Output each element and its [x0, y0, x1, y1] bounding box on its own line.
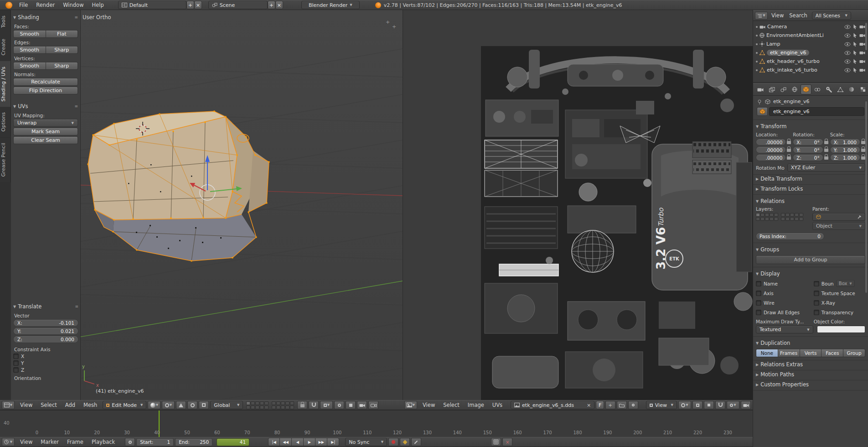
outliner-row-camera[interactable]: Camera [754, 22, 867, 31]
pivot-point-button[interactable]: ▼ [162, 401, 175, 409]
clear-seam-button[interactable]: Clear Seam [13, 136, 78, 144]
delete-layout-button[interactable]: × [194, 1, 202, 9]
groups-panel-header[interactable]: ▼Groups [756, 244, 865, 255]
editor-type-button[interactable]: ▼ [2, 401, 15, 409]
motion-paths-panel-header[interactable]: ▶Motion Paths [753, 370, 868, 380]
editor-type-button[interactable]: ▼ [404, 401, 417, 409]
menu-item[interactable]: Help [88, 0, 108, 10]
manipulator-scale-button[interactable] [199, 401, 209, 409]
tab-object[interactable] [801, 84, 811, 94]
proportional-edit-button[interactable] [334, 401, 344, 409]
transform-panel-header[interactable]: ▼Transform [756, 121, 865, 131]
tab-render[interactable] [755, 84, 766, 94]
pass-index-field[interactable]: Pass Index:0 [756, 233, 824, 240]
image-datablock-selector[interactable]: etk_engine_v6_s.dds × [511, 401, 594, 409]
renderability-camera-icon[interactable] [859, 33, 865, 37]
faces-flat-button[interactable]: Flat [46, 30, 78, 38]
play-button[interactable]: ▶ [304, 438, 315, 446]
flip-direction-button[interactable]: Flip Direction [13, 87, 78, 94]
menu-item[interactable]: Playback [88, 437, 119, 447]
auto-keyframe-button[interactable] [388, 438, 398, 446]
snap-element-button[interactable]: ▼ [320, 401, 333, 409]
unwrap-menu-button[interactable]: Unwrap▼ [13, 119, 78, 127]
selectability-cursor-icon[interactable] [853, 59, 857, 64]
render-engine-selector[interactable]: Blender Render ▼ [301, 1, 360, 9]
duplication-none-button[interactable]: None [756, 349, 778, 357]
delta-transform-panel-header[interactable]: ▶Delta Transform [753, 175, 868, 185]
eyedropper-icon[interactable] [857, 214, 862, 219]
duplication-group-button[interactable]: Group [843, 349, 865, 357]
menu-item[interactable]: Mesh [79, 400, 101, 410]
selectability-cursor-icon[interactable] [853, 68, 857, 73]
tab-object-data[interactable] [835, 84, 846, 94]
scene-selector[interactable]: Scene [208, 1, 268, 9]
rotation-x-field[interactable]: X:0° [793, 139, 823, 146]
opengl-anim-render-button[interactable] [368, 401, 378, 409]
scale-z-field[interactable]: Z:1.000 [830, 154, 860, 161]
menu-item[interactable]: UVs [488, 400, 506, 410]
layers-widget[interactable] [246, 401, 294, 409]
menu-item[interactable]: View [418, 400, 439, 410]
menu-item[interactable]: Image [464, 400, 488, 410]
tab-tools[interactable]: Tools [0, 10, 11, 33]
max-draw-type-selector[interactable]: Textured▼ [756, 326, 813, 333]
scale-x-field[interactable]: X:1.000 [830, 139, 860, 146]
menu-item[interactable]: Select [36, 400, 61, 410]
translate-y-field[interactable]: Y:0.021 [13, 327, 78, 335]
uvs-panel-header[interactable]: ▼UVs≡ [13, 102, 78, 111]
outliner-row-etk-engine[interactable]: etk_engine_v6 [754, 48, 867, 57]
opengl-render-button[interactable] [357, 401, 367, 409]
visibility-eye-icon[interactable] [844, 33, 851, 38]
location-z-field[interactable]: .00000 [756, 154, 786, 161]
visibility-eye-icon[interactable] [844, 25, 851, 29]
snap-toggle-button[interactable] [309, 401, 319, 409]
lock-icon[interactable] [787, 141, 791, 144]
outliner-scrollbar[interactable] [865, 23, 867, 50]
duplication-faces-button[interactable]: Faces [822, 349, 843, 357]
menu-item[interactable]: View [769, 10, 786, 21]
jump-next-keyframe-button[interactable]: ▶▶ [315, 438, 327, 446]
lock-icon[interactable] [787, 156, 791, 160]
uv-select-vertex-button[interactable] [704, 401, 714, 409]
outliner-row-etk-header[interactable]: etk_header_v6_turbo [754, 57, 867, 66]
menu-item[interactable]: Select [439, 400, 463, 410]
add-scene-button[interactable]: + [268, 1, 275, 9]
renderability-camera-icon[interactable] [859, 25, 865, 29]
lock-to-scene-button[interactable] [297, 401, 307, 409]
open-image-button[interactable] [617, 401, 627, 409]
add-layout-button[interactable]: + [186, 1, 194, 9]
add-to-group-button[interactable]: Add to Group [756, 255, 865, 264]
lock-icon[interactable] [824, 141, 828, 144]
object-color-swatch[interactable] [817, 326, 865, 333]
display-bounds-checkbox[interactable] [814, 281, 819, 286]
tab-render-layers[interactable] [766, 84, 777, 94]
rotation-y-field[interactable]: Y:0° [793, 146, 823, 153]
translate-z-field[interactable]: Z:0.000 [13, 336, 78, 343]
uv-pivot-button[interactable]: ▼ [678, 401, 691, 409]
tab-scene[interactable] [778, 84, 789, 94]
outliner-scope-selector[interactable]: All Scenes ▼ [812, 12, 851, 20]
menu-item[interactable]: Search [786, 10, 810, 21]
panel-grip-icon[interactable]: ≡ [74, 15, 78, 20]
mark-seam-button[interactable]: Mark Seam [13, 128, 78, 135]
visibility-eye-icon[interactable] [844, 68, 851, 73]
insert-keyframe-button[interactable] [411, 438, 421, 446]
renderability-camera-icon[interactable] [859, 42, 865, 46]
renderability-camera-icon[interactable] [859, 68, 865, 72]
region-split-icon[interactable]: + [386, 19, 390, 25]
tab-grease-pencil[interactable]: Grease Pencil [0, 137, 11, 182]
display-name-checkbox[interactable] [756, 281, 761, 286]
selectability-cursor-icon[interactable] [853, 33, 857, 38]
outliner-row-environment[interactable]: EnvironmentAmbientLi [754, 31, 867, 40]
delete-scene-button[interactable]: × [275, 1, 283, 9]
panel-grip-icon[interactable]: ≡ [74, 104, 78, 109]
editor-type-button[interactable]: ▼ [2, 438, 15, 446]
display-draw-all-edges-checkbox[interactable] [756, 310, 761, 315]
panel-grip-icon[interactable]: ≡ [75, 304, 78, 309]
tab-material[interactable] [846, 84, 857, 94]
mesh-etk-engine[interactable] [88, 111, 270, 262]
vertices-sharp-button[interactable]: Sharp [46, 62, 78, 70]
uv-proportional-button[interactable]: ▼ [727, 401, 739, 409]
selectability-cursor-icon[interactable] [853, 50, 857, 55]
tab-create[interactable]: Create [0, 33, 11, 61]
